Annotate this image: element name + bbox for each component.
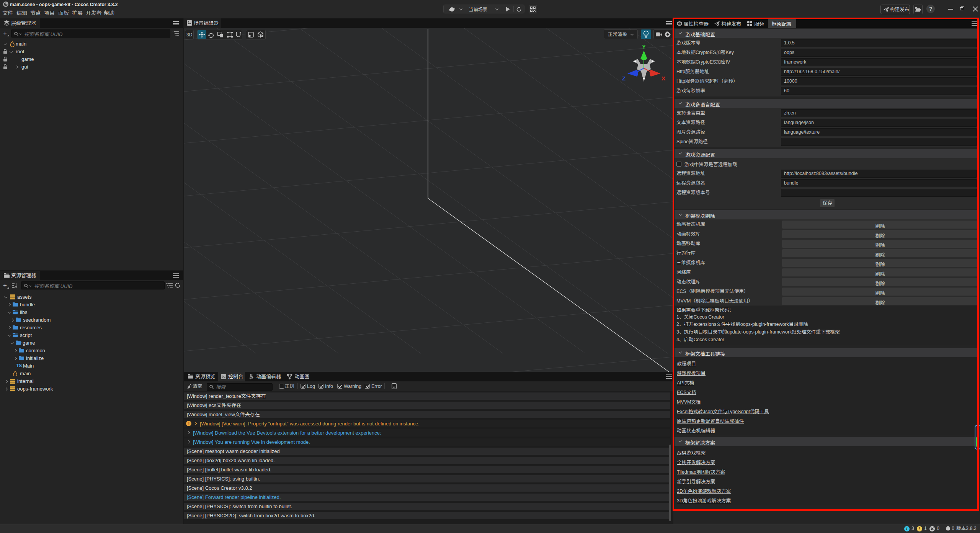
- svg-text:Y: Y: [642, 43, 646, 50]
- svg-text:X: X: [662, 75, 665, 82]
- svg-text:Z: Z: [622, 75, 626, 82]
